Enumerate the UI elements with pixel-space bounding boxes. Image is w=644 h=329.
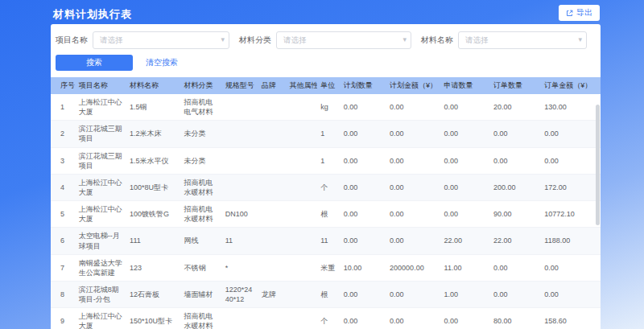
table-cell: [286, 254, 317, 281]
table-cell: 0.00: [441, 174, 490, 200]
table-cell: 龙牌: [258, 281, 287, 307]
table-cell: 200000.00: [386, 254, 440, 281]
table-cell: 0.00: [386, 201, 440, 228]
table-cell: 1.00: [441, 281, 490, 307]
content-card: 项目名称 请选择 ▾ 材料分类 请选择 ▾ 材料名称 请选择 ▾: [51, 24, 601, 329]
material-name-select[interactable]: 请选择 ▾: [458, 31, 587, 49]
table-cell: 0.00: [441, 147, 490, 174]
table-cell: [222, 121, 258, 147]
table-cell: 11.00: [441, 254, 490, 281]
table-cell: 0.00: [341, 281, 386, 307]
table-cell: 100镀铁管G: [126, 201, 180, 228]
action-bar: 搜索 清空搜索: [51, 49, 601, 77]
materials-table: 序号项目名称材料名称材料分类规格型号品牌其他属性单位计划数量计划金额（¥）申请数…: [51, 77, 601, 329]
export-icon: [566, 10, 573, 17]
column-header: 单位: [317, 77, 341, 94]
table-cell: 22.00: [490, 228, 541, 254]
table-cell: [258, 308, 287, 329]
table-cell: 0.00: [341, 201, 386, 228]
material-category-select[interactable]: 请选择 ▾: [276, 31, 411, 49]
table-cell: [222, 94, 258, 121]
table-cell: 1: [317, 147, 341, 174]
table-cell: 0.00: [341, 94, 386, 121]
table-cell: 0.00: [441, 201, 490, 228]
table-cell: 个: [317, 174, 341, 200]
column-header: 项目名称: [76, 77, 126, 94]
table-cell: 个: [317, 308, 341, 329]
table-cell: [286, 281, 317, 307]
clear-search-button[interactable]: 清空搜索: [146, 57, 178, 68]
table-cell: [286, 308, 317, 329]
table-cell: 0.00: [386, 147, 440, 174]
table-cell: 0.00: [490, 254, 541, 281]
vertical-scrollbar[interactable]: [596, 105, 600, 225]
table-cell: 9: [51, 308, 76, 329]
table-cell: 招商机电 水暖材料: [181, 201, 222, 228]
table-cell: [286, 121, 317, 147]
project-name-placeholder: 请选择: [100, 35, 123, 46]
table-cell: 0.00: [441, 121, 490, 147]
table-cell: 米重: [317, 254, 341, 281]
material-category-placeholder: 请选择: [283, 35, 307, 46]
table-cell: 上海松江中心大厦: [76, 94, 126, 121]
table-cell: [222, 174, 258, 200]
search-button[interactable]: 搜索: [56, 55, 133, 71]
project-name-select[interactable]: 请选择 ▾: [93, 31, 229, 49]
table-row: 1上海松江中心大厦1.5铜招商机电 电气材料kg0.000.000.0020.0…: [51, 94, 601, 121]
table-cell: 1: [317, 121, 341, 147]
table-cell: 0.00: [386, 174, 440, 200]
table-cell: 招商机电 水暖材料: [181, 174, 222, 200]
table-row: 9上海松江中心大厦150*10U型卡招商机电 水暖材料个0.000.000.00…: [51, 308, 601, 329]
table-cell: 10.00: [341, 254, 386, 281]
table-cell: 根: [317, 281, 341, 307]
column-header: 材料分类: [181, 77, 222, 94]
column-header: 申请数量: [441, 77, 490, 94]
table-cell: 0.00: [341, 121, 386, 147]
table-cell: 0.00: [386, 228, 440, 254]
chevron-down-icon: ▾: [221, 36, 225, 43]
table-cell: 4: [51, 174, 76, 200]
table-cell: [258, 147, 287, 174]
project-name-label: 项目名称: [56, 35, 88, 46]
table-cell: 7: [51, 254, 76, 281]
table-cell: 0.00: [490, 281, 541, 307]
chevron-down-icon: ▾: [402, 36, 407, 43]
table-cell: DN100: [222, 201, 258, 228]
table-cell: 太空电梯--月球项目: [76, 228, 126, 254]
table-cell: 未分类: [181, 147, 222, 174]
material-category-label: 材料分类: [239, 35, 271, 46]
table-cell: 150*10U型卡: [126, 308, 180, 329]
table-cell: 158.60: [541, 308, 601, 329]
table-cell: 1.5米水平仪: [126, 147, 180, 174]
table-cell: 8: [51, 281, 76, 307]
table-cell: 滨江花城三期项目: [76, 147, 126, 174]
table-cell: 0.00: [441, 94, 490, 121]
table-cell: 123: [126, 254, 180, 281]
table-row: 2滨江花城三期项目1.2米木床未分类10.000.000.000.000.00: [51, 121, 601, 147]
column-header: 其他属性: [286, 77, 317, 94]
table-cell: 0.00: [441, 308, 490, 329]
table-cell: 0.00: [341, 174, 386, 200]
table-cell: [258, 121, 287, 147]
table-row: 7南铜盛达大学生公寓新建123不锈钢*米重10.00200000.0011.00…: [51, 254, 601, 281]
table-row: 8滨江花城8期项目-分包12石膏板墙面辅材1220*2440*12龙牌根0.00…: [51, 281, 601, 307]
table-cell: 南铜盛达大学生公寓新建: [76, 254, 126, 281]
table-cell: 80.00: [490, 308, 541, 329]
table-cell: 0.00: [386, 121, 440, 147]
table-row: 3滨江花城三期项目1.5米水平仪未分类10.000.000.000.000.00: [51, 147, 601, 174]
table-cell: 上海松江中心大厦: [76, 201, 126, 228]
table-cell: [286, 94, 317, 121]
table-cell: [258, 254, 287, 281]
table-cell: 11: [317, 228, 341, 254]
export-button[interactable]: 导出: [559, 5, 600, 21]
table-cell: 1220*2440*12: [222, 281, 258, 307]
column-header: 计划金额（¥）: [386, 77, 440, 94]
table-cell: 1188.00: [541, 228, 601, 254]
filter-category: 材料分类 请选择 ▾: [239, 31, 411, 49]
table-cell: 0.00: [386, 308, 440, 329]
table-cell: *: [222, 254, 258, 281]
table-cell: 1: [51, 94, 76, 121]
table-cell: 0.00: [341, 228, 386, 254]
table-cell: 100*8U型卡: [126, 174, 180, 200]
table-cell: 0.00: [541, 147, 601, 174]
